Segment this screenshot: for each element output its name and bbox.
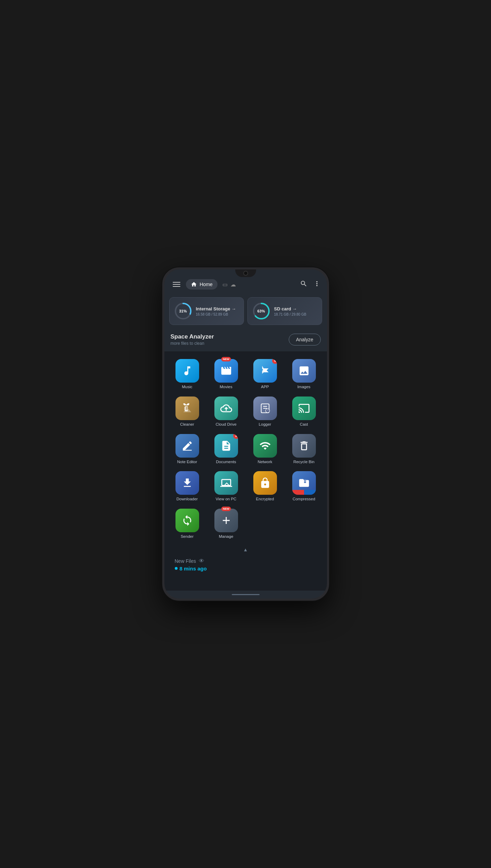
app-icon-encrypted: [253, 471, 277, 495]
app-label-documents: Documents: [216, 460, 236, 465]
sd-storage-used: 18.71 GB / 29.80 GB: [274, 312, 318, 316]
app-item-downloader[interactable]: Downloader: [169, 469, 206, 504]
badge-new-manage: NEW: [221, 507, 231, 511]
svg-point-4: [263, 369, 267, 373]
internal-storage-progress: 31%: [174, 302, 193, 320]
new-files-time: 8 mins ago: [175, 566, 317, 571]
main-content: MusicNEWMovies5APPImagesCleanerCloud Dri…: [164, 351, 327, 591]
notch: [235, 269, 256, 277]
bottom-section: New Files 👁 8 mins ago: [169, 555, 323, 576]
app-item-cast[interactable]: Cast: [285, 394, 323, 429]
app-label-manage: Manage: [219, 534, 234, 539]
top-bar-extras: ▭ ☁: [222, 281, 236, 288]
sd-storage-progress: 63%: [252, 302, 271, 320]
internal-storage-card[interactable]: 31% Internal Storage → 16.58 GB / 52.89 …: [169, 297, 244, 325]
time-ago: 8 mins ago: [180, 566, 207, 571]
app-item-movies[interactable]: NEWMovies: [207, 357, 245, 392]
app-item-recyclebin[interactable]: Recycle Bin: [285, 432, 323, 467]
phone-shell: Home ▭ ☁: [162, 267, 329, 601]
app-label-network: Network: [257, 460, 272, 465]
app-icon-wrap-cleaner: [175, 397, 199, 420]
more-button[interactable]: [313, 280, 321, 289]
badge-count-documents: 2: [233, 434, 238, 439]
app-item-clouddrive[interactable]: Cloud Drive: [207, 394, 245, 429]
app-icon-wrap-clouddrive: [214, 397, 238, 420]
app-label-noteeditor: Note Editor: [177, 460, 197, 465]
app-item-encrypted[interactable]: Encrypted: [246, 469, 284, 504]
app-item-compressed[interactable]: Compressed: [285, 469, 323, 504]
app-icon-clouddrive: [214, 397, 238, 420]
search-button[interactable]: [300, 280, 308, 289]
screen-cast-icon[interactable]: ▭: [222, 281, 228, 288]
app-item-logger[interactable]: ⏱Logger: [246, 394, 284, 429]
home-icon: [191, 281, 197, 287]
nav-bar: [164, 591, 327, 599]
app-icon-wrap-recyclebin: [292, 434, 316, 458]
sd-pct: 63%: [257, 309, 265, 313]
app-item-documents[interactable]: 2Documents: [207, 432, 245, 467]
app-item-app[interactable]: 5APP: [246, 357, 284, 392]
sd-storage-info: SD card → 18.71 GB / 29.80 GB: [274, 306, 318, 316]
app-label-clouddrive: Cloud Drive: [215, 422, 236, 427]
app-item-noteeditor[interactable]: Note Editor: [169, 432, 206, 467]
app-icon-wrap-viewonpc: [214, 471, 238, 495]
space-analyzer-title: Space Analyzer: [171, 333, 214, 340]
app-label-cleaner: Cleaner: [180, 422, 194, 427]
top-bar-right: [300, 280, 321, 289]
app-label-sender: Sender: [181, 534, 194, 539]
arrow-up-indicator: ▲: [169, 547, 323, 552]
storage-section: 31% Internal Storage → 16.58 GB / 52.89 …: [164, 294, 327, 330]
app-item-manage[interactable]: NEWManage: [207, 507, 245, 541]
sd-card-card[interactable]: 63% SD card → 18.71 GB / 29.80 GB: [247, 297, 322, 325]
app-icon-wrap-logger: ⏱: [253, 397, 277, 420]
hamburger-button[interactable]: [171, 280, 182, 289]
new-files-row: New Files 👁: [175, 558, 317, 564]
app-label-compressed: Compressed: [293, 497, 315, 502]
app-icon-downloader: [175, 471, 199, 495]
app-item-network[interactable]: Network: [246, 432, 284, 467]
app-item-cleaner[interactable]: Cleaner: [169, 394, 206, 429]
app-item-viewonpc[interactable]: View on PC: [207, 469, 245, 504]
app-label-images: Images: [297, 385, 311, 390]
home-pill[interactable]: Home: [186, 279, 218, 290]
app-label-movies: Movies: [220, 385, 232, 390]
app-label-recyclebin: Recycle Bin: [293, 460, 314, 465]
home-label: Home: [200, 282, 213, 287]
app-icon-network: [253, 434, 277, 458]
app-label-app: APP: [261, 385, 269, 390]
camera: [243, 271, 248, 276]
app-icon-logger: ⏱: [253, 397, 277, 420]
app-icon-wrap-app: 5: [253, 359, 277, 383]
app-icon-viewonpc: [214, 471, 238, 495]
app-item-music[interactable]: Music: [169, 357, 206, 392]
app-icon-wrap-documents: 2: [214, 434, 238, 458]
app-icon-manage: [214, 509, 238, 532]
cloud-icon[interactable]: ☁: [230, 281, 236, 288]
app-icon-recyclebin: [292, 434, 316, 458]
app-icon-wrap-noteeditor: [175, 434, 199, 458]
app-icon-wrap-downloader: [175, 471, 199, 495]
app-icon-wrap-network: [253, 434, 277, 458]
app-icon-wrap-encrypted: [253, 471, 277, 495]
nav-bar-line: [232, 594, 260, 595]
app-icon-movies: [214, 359, 238, 383]
app-icon-music: [175, 359, 199, 383]
app-icon-wrap-sender: [175, 509, 199, 532]
app-icon-sender: [175, 509, 199, 532]
app-item-images[interactable]: Images: [285, 357, 323, 392]
app-icon-noteeditor: [175, 434, 199, 458]
analyze-button[interactable]: Analyze: [289, 334, 321, 345]
new-files-label: New Files: [175, 558, 196, 564]
svg-text:⏱: ⏱: [266, 409, 269, 413]
space-analyzer-subtitle: more files to clean: [171, 341, 214, 346]
internal-storage-used: 16.58 GB / 52.89 GB: [196, 312, 239, 316]
app-icon-cleaner: [175, 397, 199, 420]
space-analyzer-info: Space Analyzer more files to clean: [171, 333, 214, 346]
app-item-sender[interactable]: Sender: [169, 507, 206, 541]
internal-pct: 31%: [179, 309, 187, 313]
space-analyzer: Space Analyzer more files to clean Analy…: [164, 330, 327, 351]
screen: Home ▭ ☁: [164, 269, 327, 599]
internal-storage-label: Internal Storage →: [196, 306, 239, 311]
app-icon-wrap-images: [292, 359, 316, 383]
eye-icon[interactable]: 👁: [199, 558, 204, 564]
